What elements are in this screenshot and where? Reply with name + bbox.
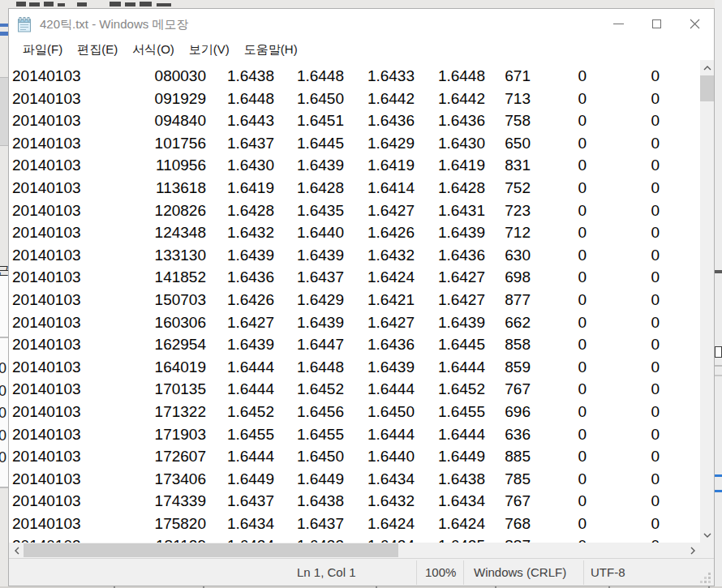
text-cell: 1.6444 (344, 423, 415, 446)
text-cell: 630 (485, 244, 531, 267)
minimize-button[interactable] (600, 9, 638, 39)
text-line: 201401031109561.64301.64391.64191.641983… (9, 154, 700, 177)
background-blue-line (715, 490, 722, 492)
background-glyph-fragment (110, 2, 121, 6)
resize-grip[interactable] (700, 573, 711, 583)
text-cell: 1.6445 (274, 132, 344, 155)
content-area: 201401030800301.64381.64481.64331.644867… (9, 60, 714, 558)
text-editor[interactable]: 201401030800301.64381.64481.64331.644867… (9, 60, 700, 543)
horizontal-scrollbar[interactable] (9, 543, 700, 558)
text-cell: 1.6444 (415, 356, 485, 379)
text-cell: 0 (531, 88, 587, 110)
menu-file[interactable]: 파일(F) (15, 39, 70, 60)
close-icon (690, 19, 700, 29)
text-cell: 0 (587, 65, 660, 88)
text-cell: 858 (485, 333, 531, 356)
menu-help[interactable]: 도움말(H) (237, 39, 305, 60)
text-line: 201401031719031.64551.64551.64441.644463… (9, 423, 700, 446)
background-digit: 0 (0, 358, 8, 380)
text-cell: 1.6444 (206, 445, 274, 468)
text-cell: 1.6447 (274, 333, 344, 356)
text-cell: 1.6427 (415, 289, 485, 311)
menu-format[interactable]: 서식(O) (125, 39, 182, 60)
text-cell: 1.6432 (344, 490, 415, 513)
text-cell: 1.6427 (344, 200, 415, 222)
scroll-up-button[interactable] (700, 61, 714, 75)
text-cell: 1.6440 (274, 221, 344, 244)
text-cell: 1.6428 (206, 200, 274, 222)
background-blue-line (0, 24, 8, 27)
text-line: 201401031243481.64321.64401.64261.643971… (9, 221, 700, 244)
text-cell: 0 (587, 266, 660, 289)
scrollbar-corner (700, 543, 714, 558)
text-line: 201401031726071.64441.64501.64401.644988… (9, 445, 700, 468)
text-cell: 20140103 (9, 468, 87, 491)
text-cell: 1.6424 (344, 266, 415, 289)
text-cell: 1.6451 (274, 109, 344, 132)
status-divider (416, 560, 417, 585)
menu-edit[interactable]: 편집(E) (70, 39, 125, 60)
text-cell: 1.6440 (344, 445, 415, 468)
close-button[interactable] (676, 9, 714, 39)
text-line: 201401031331301.64391.64391.64321.643663… (9, 244, 700, 267)
horizontal-scroll-thumb[interactable] (24, 543, 398, 557)
background-digit: 0 (0, 425, 8, 448)
background-glyph-fragment (77, 2, 87, 6)
title-bar[interactable]: 420틱.txt - Windows 메모장 (9, 9, 714, 39)
chevron-left-icon (15, 547, 19, 555)
text-cell: 0 (587, 289, 660, 311)
text-cell: 767 (485, 490, 531, 513)
text-cell: 1.6448 (206, 88, 274, 110)
text-cell: 20140103 (9, 378, 87, 401)
text-cell: 171903 (87, 423, 206, 446)
text-line: 201401030919291.64481.64501.64421.644271… (9, 88, 700, 110)
menu-view[interactable]: 보기(V) (182, 39, 237, 60)
background-dark-line (715, 270, 722, 273)
background-blue-line (715, 474, 722, 477)
text-cell: 162954 (87, 333, 206, 356)
vertical-scroll-thumb[interactable] (700, 75, 714, 101)
text-cell: 160306 (87, 311, 206, 334)
text-cell: 171322 (87, 401, 206, 423)
text-cell: 0 (531, 266, 587, 289)
maximize-button[interactable] (638, 9, 676, 39)
vertical-scrollbar[interactable] (700, 60, 714, 543)
text-cell: 1.6445 (415, 333, 485, 356)
text-cell: 0 (531, 445, 587, 468)
text-cell: 1.6424 (344, 513, 415, 535)
text-line: 201401031208261.64281.64351.64271.643172… (9, 200, 700, 222)
text-cell: 1.6436 (206, 266, 274, 289)
text-cell: 1.6452 (206, 401, 274, 423)
window-controls (600, 9, 714, 39)
text-cell: 1.6452 (415, 378, 485, 401)
text-cell: 1.6434 (344, 468, 415, 491)
text-cell: 0 (531, 534, 587, 543)
text-cell: 0 (587, 356, 660, 379)
text-cell: 768 (485, 513, 531, 535)
text-cell: 1.6439 (415, 221, 485, 244)
text-cell: 0 (587, 109, 660, 132)
scroll-left-button[interactable] (9, 543, 24, 558)
background-divider (0, 487, 8, 488)
text-cell: 1.6426 (344, 221, 415, 244)
text-cell: 0 (531, 109, 587, 132)
text-cell: 1.6430 (415, 132, 485, 155)
text-cell: 133130 (87, 244, 206, 267)
scroll-down-button[interactable] (700, 528, 714, 542)
text-cell: 712 (485, 221, 531, 244)
text-cell: 1.6433 (274, 534, 344, 543)
text-cell: 150703 (87, 289, 206, 311)
text-cell: 1.6439 (206, 333, 274, 356)
text-line: 201401031017561.64371.64451.64291.643065… (9, 132, 700, 155)
text-cell: 20140103 (9, 132, 87, 155)
text-line: 201401031418521.64361.64371.64241.642769… (9, 266, 700, 289)
text-cell: 091929 (87, 88, 206, 110)
text-cell: 1.6455 (206, 423, 274, 446)
text-cell: 20140103 (9, 423, 87, 446)
scroll-right-button[interactable] (685, 543, 700, 558)
text-cell: 1.6419 (415, 154, 485, 177)
text-line: 201401031507031.64261.64291.64211.642787… (9, 289, 700, 311)
text-cell: 1.6444 (415, 423, 485, 446)
text-cell: 698 (485, 266, 531, 289)
background-right-strip (715, 0, 722, 588)
